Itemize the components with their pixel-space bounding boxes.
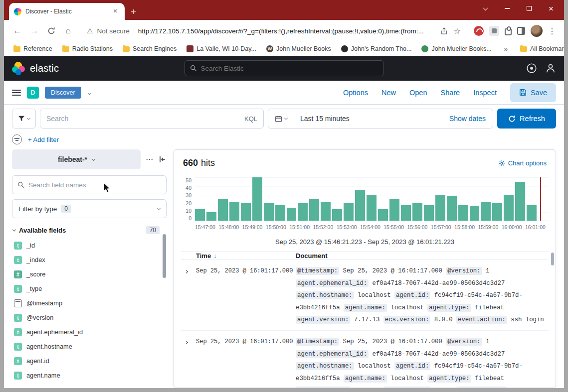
- bookmark-item[interactable]: John Mueller Books...: [418, 44, 495, 54]
- nav-link-share[interactable]: Share: [440, 89, 460, 97]
- histogram-bar[interactable]: [435, 195, 445, 221]
- field-item[interactable]: t@version: [12, 310, 167, 325]
- histogram-bar[interactable]: [206, 212, 216, 221]
- collapse-sidebar-button[interactable]: [159, 155, 167, 163]
- field-item[interactable]: t_index: [12, 253, 167, 267]
- save-button[interactable]: Save: [510, 83, 556, 102]
- time-column-header[interactable]: Time: [196, 252, 211, 260]
- field-item[interactable]: @timestamp: [12, 296, 167, 310]
- nav-link-inspect[interactable]: Inspect: [473, 89, 497, 97]
- minimize-button[interactable]: [496, 1, 518, 16]
- histogram-bar[interactable]: [241, 203, 251, 221]
- bookmark-item[interactable]: John's Random Tho...: [338, 44, 415, 54]
- histogram-bar[interactable]: [309, 199, 319, 221]
- maximize-button[interactable]: [518, 1, 540, 16]
- show-dates-button[interactable]: Show dates: [449, 115, 493, 123]
- field-item[interactable]: tagent.ephemeral_id: [12, 325, 167, 339]
- histogram-bar[interactable]: [470, 206, 480, 221]
- histogram-bar[interactable]: [401, 205, 411, 221]
- app-menu-chevron-button[interactable]: [88, 88, 91, 97]
- histogram-bar[interactable]: [218, 199, 228, 221]
- query-language-button[interactable]: KQL: [244, 115, 257, 123]
- new-tab-button[interactable]: +: [131, 7, 136, 16]
- histogram-bar[interactable]: [481, 202, 491, 221]
- security-label[interactable]: Not secure: [97, 27, 130, 35]
- nav-link-new[interactable]: New: [381, 89, 396, 97]
- histogram-bar[interactable]: [332, 209, 342, 221]
- histogram-bar[interactable]: [264, 203, 274, 221]
- breadcrumb-discover[interactable]: Discover: [45, 87, 81, 99]
- cloud-deployment-icon[interactable]: [526, 63, 537, 74]
- histogram-bar[interactable]: [344, 203, 354, 221]
- browser-tab[interactable]: Discover - Elastic ×: [9, 3, 125, 20]
- index-options-button[interactable]: ⋯: [146, 155, 154, 164]
- bookmark-item[interactable]: Search Engines: [119, 44, 180, 54]
- histogram-bar[interactable]: [447, 196, 457, 221]
- url-text[interactable]: http://172.105.7.150/app/discover#/?_g=(…: [138, 27, 436, 35]
- index-pattern-select[interactable]: filebeat-*: [12, 149, 141, 169]
- histogram-bar[interactable]: [412, 203, 422, 221]
- field-item[interactable]: #_score: [12, 267, 167, 281]
- side-panel-icon[interactable]: [517, 27, 525, 35]
- histogram-bar[interactable]: [298, 203, 308, 221]
- document-column-header[interactable]: Document: [296, 252, 549, 260]
- field-search-box[interactable]: [12, 175, 167, 194]
- histogram-bar[interactable]: [389, 199, 399, 221]
- extension-icon-gray[interactable]: [489, 26, 499, 36]
- histogram-bar[interactable]: [195, 209, 205, 221]
- elastic-search-box[interactable]: [185, 60, 384, 76]
- nav-link-open[interactable]: Open: [409, 89, 427, 97]
- share-icon[interactable]: [440, 27, 448, 35]
- extension-icon-red[interactable]: [474, 26, 484, 36]
- forward-button[interactable]: →: [27, 23, 42, 38]
- query-input-wrap[interactable]: KQL: [40, 109, 264, 129]
- filter-by-type-select[interactable]: Filter by type 0: [12, 199, 167, 218]
- refresh-button[interactable]: Refresh: [497, 109, 556, 129]
- histogram-bar[interactable]: [378, 209, 388, 221]
- histogram-bar[interactable]: [252, 177, 262, 221]
- user-menu-icon[interactable]: [545, 63, 556, 74]
- profile-avatar[interactable]: [531, 25, 543, 37]
- tab-search-button[interactable]: [474, 1, 496, 16]
- date-quick-select-button[interactable]: [268, 109, 294, 128]
- bookmark-item[interactable]: La Valle, WI 10-Day...: [183, 44, 260, 54]
- main-menu-button[interactable]: [12, 90, 21, 96]
- home-button[interactable]: ⌂: [61, 23, 76, 38]
- histogram-bar[interactable]: [504, 195, 514, 221]
- filter-options-icon[interactable]: [12, 134, 22, 144]
- browser-menu-icon[interactable]: ⋮: [548, 26, 556, 36]
- query-search-input[interactable]: [46, 115, 240, 123]
- add-filter-button[interactable]: + Add filter: [28, 136, 59, 143]
- saved-query-menu-button[interactable]: [12, 109, 36, 129]
- field-item[interactable]: tagent.id: [12, 354, 167, 368]
- available-fields-header[interactable]: Available fields 70: [12, 226, 167, 234]
- expand-row-button[interactable]: [181, 265, 196, 326]
- tab-close-icon[interactable]: ×: [111, 7, 120, 16]
- close-window-button[interactable]: ×: [540, 1, 562, 16]
- scrollbar-thumb[interactable]: [163, 234, 166, 278]
- bookmarks-overflow-button[interactable]: »: [501, 45, 511, 53]
- reload-button[interactable]: [44, 23, 59, 38]
- bookmark-star-icon[interactable]: ☆: [454, 26, 461, 36]
- all-bookmarks-button[interactable]: All Bookmarks: [517, 44, 564, 54]
- time-range-value[interactable]: Last 15 minutes: [294, 115, 356, 123]
- field-item[interactable]: tagent.hostname: [12, 339, 167, 354]
- field-search-input[interactable]: [28, 181, 161, 189]
- histogram-bar[interactable]: [275, 205, 285, 221]
- nav-link-options[interactable]: Options: [343, 89, 368, 97]
- histogram-bar[interactable]: [321, 202, 331, 221]
- histogram-bar[interactable]: [287, 208, 297, 221]
- bookmark-item[interactable]: Reference: [10, 44, 56, 54]
- histogram-bar[interactable]: [458, 205, 468, 221]
- elastic-logo[interactable]: elastic: [12, 62, 59, 75]
- histogram-bar[interactable]: [424, 205, 434, 221]
- field-item[interactable]: tagent.name: [12, 368, 167, 383]
- bookmark-item[interactable]: Radio Stations: [59, 44, 116, 54]
- scrollbar-thumb[interactable]: [551, 253, 554, 265]
- field-item[interactable]: t_id: [12, 238, 167, 253]
- bookmark-item[interactable]: WJohn Mueller Books: [263, 44, 335, 54]
- histogram-bar[interactable]: [492, 203, 502, 221]
- histogram-bar[interactable]: [527, 205, 537, 221]
- histogram-plot[interactable]: [195, 177, 549, 221]
- address-bar[interactable]: ⚠ Not secure http://172.105.7.150/app/di…: [81, 23, 467, 39]
